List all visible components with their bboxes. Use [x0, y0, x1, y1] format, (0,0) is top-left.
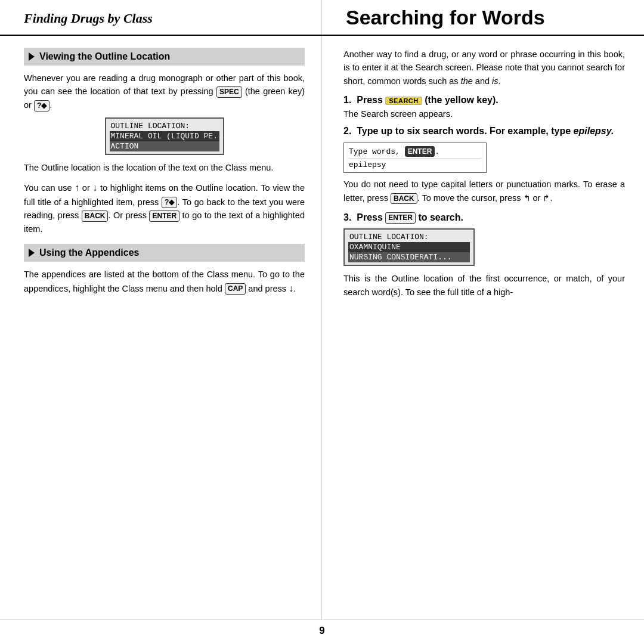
- cap-key: CAP: [225, 283, 246, 295]
- section-header-appendices: Using the Appendices: [24, 244, 305, 262]
- arrow-up-icon: ↑: [75, 182, 79, 193]
- step-3: 3. Press ENTER to search. OUTLINE LOCATI…: [343, 211, 625, 299]
- left-page-title: Finding Drugs by Class: [24, 11, 153, 26]
- lcd2-row-1: OUTLINE LOCATION:: [348, 232, 470, 242]
- section2-title: Using the Appendices: [39, 247, 139, 258]
- question-key-2: ?◆: [162, 197, 177, 208]
- section2-body: The appendices are listed at the bottom …: [24, 268, 305, 296]
- search-key: SEARCH: [385, 97, 422, 105]
- lcd-row-1: OUTLINE LOCATION:: [110, 121, 219, 131]
- page-footer: 9: [0, 620, 644, 644]
- back-key: BACK: [82, 210, 109, 222]
- right-arrow-icon: ↱: [543, 193, 550, 203]
- question-key: ?◆: [34, 100, 49, 112]
- right-page-title: Searching for Words: [346, 6, 545, 29]
- step-1: 1. Press SEARCH (the yellow key). The Se…: [343, 94, 625, 119]
- spec-key: SPEC: [216, 86, 242, 98]
- arrow-down-icon: ↓: [92, 182, 97, 193]
- enter-key-3: ENTER: [385, 212, 416, 224]
- step2-title: 2. Type up to six search words. For exam…: [343, 125, 625, 138]
- section1-body3: You can use ↑ or ↓ to highlight items on…: [24, 181, 305, 236]
- arrow-icon: [29, 52, 35, 61]
- lcd-box-1: OUTLINE LOCATION: MINERAL OIL (LIQUID PE…: [105, 117, 224, 155]
- arrow-down-icon-2: ↓: [289, 283, 293, 293]
- intro-text: Another way to find a drug, or any word …: [343, 48, 625, 88]
- section1-body2: The Outline location is the location of …: [24, 161, 305, 174]
- step3-title: 3. Press ENTER to search.: [343, 211, 625, 224]
- page-header: Finding Drugs by Class Searching for Wor…: [0, 0, 644, 36]
- search-box-input: epilepsy: [349, 159, 481, 170]
- epilepsy-word: epilepsy.: [574, 126, 614, 136]
- main-content: Viewing the Outline Location Whenever yo…: [0, 36, 644, 620]
- lcd2-row-3: NURSING CONSIDERATI...: [348, 252, 470, 262]
- section-header-outline: Viewing the Outline Location: [24, 48, 305, 66]
- search-box-prompt: Type words, ENTER.: [349, 145, 481, 158]
- step2-body: You do not need to type capital letters …: [343, 178, 625, 205]
- left-arrow-icon: ↰: [524, 193, 531, 203]
- page-container: Finding Drugs by Class Searching for Wor…: [0, 0, 644, 644]
- enter-key-2: ENTER: [405, 146, 435, 157]
- arrow-icon-2: [29, 249, 35, 257]
- step1-sub: The Search screen appears.: [343, 109, 625, 119]
- lcd-row-3: ACTION: [110, 141, 219, 151]
- header-left: Finding Drugs by Class: [0, 0, 322, 35]
- header-right: Searching for Words: [322, 0, 644, 35]
- italic-the: the: [461, 76, 473, 86]
- back-key-2: BACK: [391, 193, 417, 205]
- left-column: Viewing the Outline Location Whenever yo…: [0, 36, 322, 620]
- italic-is: is: [492, 76, 498, 86]
- search-box: Type words, ENTER. epilepsy: [343, 143, 487, 174]
- section1-title: Viewing the Outline Location: [39, 51, 170, 62]
- lcd-row-2: MINERAL OIL (LIQUID PE...: [110, 131, 219, 141]
- step-2: 2. Type up to six search words. For exam…: [343, 125, 625, 205]
- section1-body1: Whenever you are reading a drug monograp…: [24, 72, 305, 112]
- enter-key: ENTER: [149, 210, 179, 222]
- lcd2-row-2: OXAMNIQUINE: [348, 242, 470, 252]
- step3-body: This is the Outline location of the firs…: [343, 272, 625, 299]
- lcd-box-2: OUTLINE LOCATION: OXAMNIQUINE NURSING CO…: [343, 228, 475, 266]
- step1-title: 1. Press SEARCH (the yellow key).: [343, 94, 625, 107]
- right-column: Another way to find a drug, or any word …: [322, 36, 644, 620]
- page-number: 9: [319, 625, 324, 636]
